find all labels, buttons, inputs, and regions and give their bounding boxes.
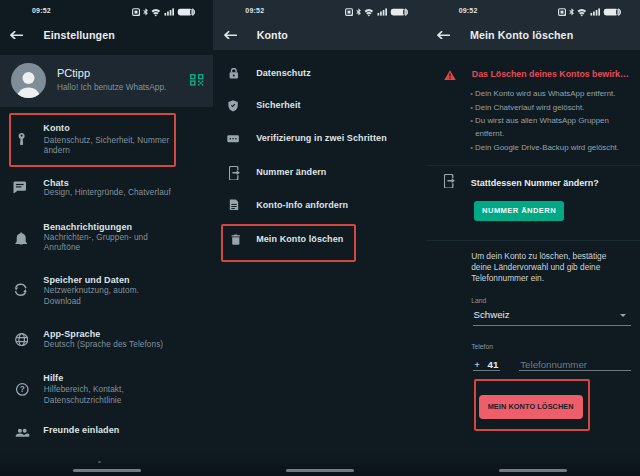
svg-text:?: ? bbox=[20, 386, 25, 395]
